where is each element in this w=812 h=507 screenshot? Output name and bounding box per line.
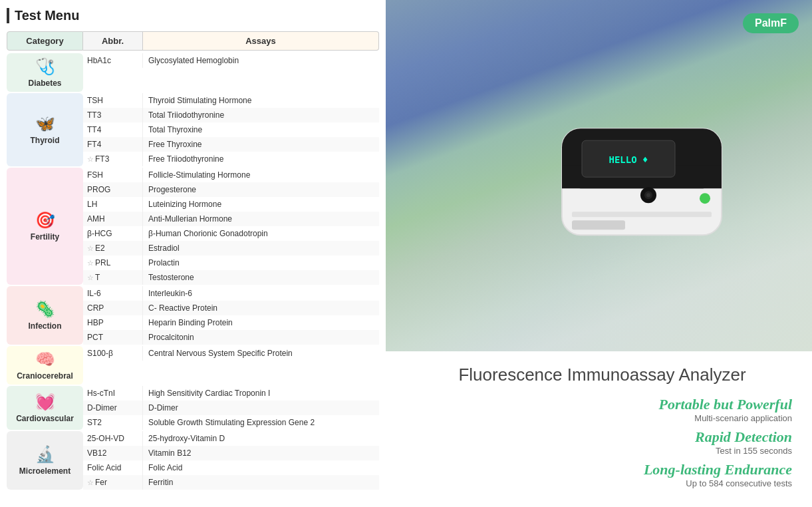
category-icon-infection: 🦠 [35,300,55,319]
rows-group-diabetes: HbA1cGlycosylated Hemoglobin [83,53,379,92]
category-block-fertility: 🎯FertilityFSHFollicle-Stimulating Hormon… [7,168,379,285]
table-row: FSHFollicle-Stimulating Hormone [83,168,379,182]
feature-item-0: Portable but PowerfulMulti-scenario appl… [412,396,792,423]
table-row: PROGProgesterone [83,182,379,197]
category-name-microelement: Microelement [19,466,70,476]
features-container: Portable but PowerfulMulti-scenario appl… [412,396,792,488]
col-category: Category [7,31,83,51]
feature-item-2: Long-lasting EnduranceUp to 584 consecut… [412,461,792,488]
table-row: CRPC- Reactive Protein [83,301,379,315]
category-cell-thyroid: 🦋Thyroid [7,93,83,166]
assay-cell: Interleukin-6 [143,286,379,301]
abbr-cell: HBP [83,315,143,330]
feature-item-1: Rapid DetectionTest in 155 seconds [412,428,792,456]
svg-rect-10 [572,220,625,230]
th-abbr: Abbr. [83,31,143,51]
abbr-cell: ☆ PRL [83,255,143,270]
feature-title-0: Portable but Powerful [412,396,792,413]
rows-group-microelement: 25-OH-VD25-hydroxy-Vitamin DVB12Vitamin … [83,431,379,490]
category-name-infection: Infection [29,321,62,331]
abbr-cell: FSH [83,168,143,182]
assay-cell: Vitamin B12 [143,446,379,460]
info-section: Fluorescence Immunoassay Analyzer Portab… [386,351,812,507]
device-svg: HELLO ♦ [535,108,748,255]
palmf-badge: PalmF [743,13,799,33]
table-row: ST2Soluble Growth Stimulating Expression… [83,415,379,430]
star-icon: ☆ [87,273,94,282]
assay-cell: Glycosylated Hemoglobin [143,53,379,68]
category-cell-fertility: 🎯Fertility [7,168,83,285]
assay-cell: Free Triiodothyronine [143,152,379,166]
table-row: FT4Free Thyroxine [83,137,379,152]
table-row: VB12Vitamin B12 [83,446,379,460]
abbr-cell: ☆ T [83,270,143,285]
table-row: ☆ TTestosterone [83,270,379,285]
assay-cell: Procalcitonin [143,330,379,345]
assay-cell: Luteinizing Hormone [143,197,379,212]
abbr-cell: IL-6 [83,286,143,301]
table-body: 🩺DiabetesHbA1cGlycosylated Hemoglobin🦋Th… [7,53,379,491]
category-cell-diabetes: 🩺Diabetes [7,53,83,92]
category-cell-infection: 🦠Infection [7,286,83,345]
abbr-cell: PCT [83,330,143,345]
table-row: S100-βCentral Nervous System Specific Pr… [83,346,379,361]
assay-cell: Free Thyroxine [143,137,379,152]
abbr-cell: D-Dimer [83,401,143,415]
assay-cell: Heparin Binding Protein [143,315,379,330]
svg-rect-9 [572,212,712,217]
category-name-fertility: Fertility [31,232,59,242]
abbr-cell: 25-OH-VD [83,431,143,446]
th-category: Category [7,31,83,51]
table-row: ☆ FT3Free Triiodothyronine [83,152,379,166]
assay-cell: Testosterone [143,270,379,285]
table-header: Category Abbr. Assays [7,31,379,51]
analyzer-title: Fluorescence Immunoassay Analyzer [412,365,792,385]
abbr-cell: Hs-cTnI [83,386,143,401]
th-assays: Assays [143,31,379,51]
table-row: TT3Total Triiodothyronine [83,108,379,122]
assay-cell: Thyroid Stimulating Hormone [143,93,379,108]
abbr-cell: TSH [83,93,143,108]
device-svg-wrapper: HELLO ♦ [535,108,748,257]
table-row: TSHThyroid Stimulating Hormone [83,93,379,108]
rows-group-infection: IL-6Interleukin-6CRPC- Reactive ProteinH… [83,286,379,345]
table-row: ☆ E2Estradiol [83,241,379,255]
category-icon-thyroid: 🦋 [35,114,55,133]
rows-group-craniocerebral: S100-βCentral Nervous System Specific Pr… [83,346,379,385]
abbr-cell: CRP [83,301,143,315]
table-row: ☆ PRLProlactin [83,255,379,270]
assay-cell: Soluble Growth Stimulating Expression Ge… [143,415,379,430]
category-icon-microelement: 🔬 [35,445,55,464]
table-row: TT4Total Thyroxine [83,122,379,137]
category-block-cardiovascular: 💓CardiovascularHs-cTnIHigh Sensitivity C… [7,386,379,430]
category-icon-cardiovascular: 💓 [35,393,55,411]
abbr-cell: TT4 [83,122,143,137]
assay-cell: D-Dimer [143,401,379,415]
assay-cell: Total Thyroxine [143,122,379,137]
col-abbr: Abbr. [83,31,143,51]
assay-cell: Progesterone [143,182,379,197]
assay-cell: Central Nervous System Specific Protein [143,346,379,361]
abbr-cell: ST2 [83,415,143,430]
page-title: Test Menu [15,8,79,23]
abbr-cell: VB12 [83,446,143,460]
right-panel: PalmF HELLO ♦ [386,0,812,507]
assay-cell: Follicle-Stimulating Hormone [143,168,379,182]
category-name-craniocerebral: Craniocerebral [17,371,73,381]
category-block-craniocerebral: 🧠CraniocerebralS100-βCentral Nervous Sys… [7,346,379,385]
feature-subtitle-0: Multi-scenario application [412,413,792,423]
category-cell-cardiovascular: 💓Cardiovascular [7,386,83,430]
left-panel: Test Menu Category Abbr. Assays 🩺Diabete… [0,0,386,507]
category-icon-diabetes: 🩺 [35,57,55,76]
rows-group-cardiovascular: Hs-cTnIHigh Sensitivity Cardiac Troponin… [83,386,379,430]
star-icon: ☆ [87,259,94,267]
table-row: HbA1cGlycosylated Hemoglobin [83,53,379,68]
abbr-cell: LH [83,197,143,212]
abbr-cell: FT4 [83,137,143,152]
table-row: AMHAnti-Mullerian Hormone [83,212,379,226]
star-icon: ☆ [87,155,94,164]
category-block-thyroid: 🦋ThyroidTSHThyroid Stimulating HormoneTT… [7,93,379,166]
abbr-cell: ☆ Fer [83,475,143,490]
abbr-cell: Folic Acid [83,460,143,475]
abbr-cell: PROG [83,182,143,197]
